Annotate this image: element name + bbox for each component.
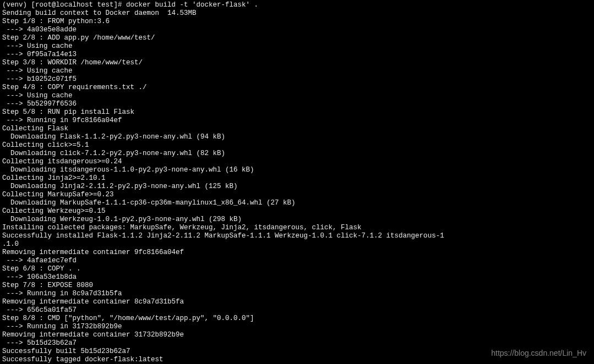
shell-command: docker build -t 'docker-flask' . (126, 1, 258, 9)
shell-prompt: (venv) [root@localhost test]# (2, 1, 126, 9)
build-output-lines: Sending build context to Docker daemon 1… (2, 9, 444, 363)
terminal-output[interactable]: (venv) [root@localhost test]# docker bui… (0, 0, 594, 364)
